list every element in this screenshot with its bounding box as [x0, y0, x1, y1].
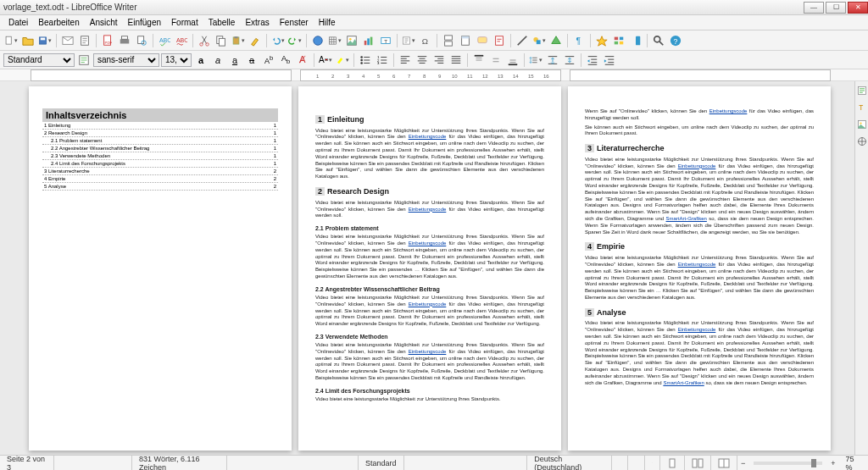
menu-einfuegen[interactable]: Einfügen [123, 16, 166, 29]
sidebar-properties-icon[interactable] [856, 85, 868, 97]
datasources-button[interactable] [628, 33, 643, 48]
status-language[interactable]: Deutsch (Deutschland) [527, 456, 611, 470]
update-style-button[interactable] [76, 53, 92, 68]
edit-button[interactable] [77, 33, 92, 48]
link-einbettungscode[interactable]: Einbettungscode [709, 108, 748, 113]
page-break-button[interactable] [441, 33, 456, 48]
underline-button[interactable]: a [227, 53, 242, 68]
shapes-button[interactable]: ▾ [531, 33, 547, 48]
font-color-button[interactable]: A▾ [318, 53, 333, 68]
font-name-select[interactable]: sans-serif [93, 53, 159, 67]
gallery-button[interactable] [611, 33, 626, 48]
vert-bottom-button[interactable] [505, 53, 520, 68]
email-button[interactable] [60, 33, 75, 48]
toc-entry[interactable]: 2.1 Problem statement1 [42, 137, 278, 145]
format-paintbrush-button[interactable] [248, 33, 263, 48]
field-button[interactable]: ▾ [401, 33, 416, 48]
zoom-in-button[interactable]: + [827, 459, 838, 467]
special-char-button[interactable]: Ω [418, 33, 433, 48]
export-pdf-button[interactable]: PDF [100, 33, 115, 48]
link-einbettungscode[interactable]: Einbettungscode [678, 163, 716, 169]
open-button[interactable] [20, 33, 36, 48]
copy-button[interactable] [214, 33, 229, 48]
menu-fenster[interactable]: Fenster [275, 16, 314, 29]
decrease-spacing-button[interactable] [562, 53, 577, 68]
undo-button[interactable]: ▾ [270, 33, 286, 48]
redo-button[interactable]: ▾ [287, 33, 303, 48]
link-einbettungscode[interactable]: Einbettungscode [678, 327, 716, 332]
close-button[interactable]: ✕ [848, 2, 868, 14]
toc-entry[interactable]: 1 Einleitung1 [42, 122, 278, 130]
increase-spacing-button[interactable] [545, 53, 560, 68]
link-einbettungscode[interactable]: Einbettungscode [409, 349, 447, 354]
align-left-button[interactable] [398, 53, 413, 68]
zoom-slider[interactable] [754, 462, 822, 465]
menu-format[interactable]: Format [166, 16, 203, 29]
print-button[interactable] [117, 33, 132, 48]
status-signature[interactable] [645, 456, 660, 470]
status-selection-mode[interactable] [628, 456, 645, 470]
toc-entry[interactable]: 2 Research Design1 [42, 130, 278, 137]
link-einbettungscode[interactable]: Einbettungscode [409, 241, 447, 246]
menu-extras[interactable]: Extras [240, 16, 274, 29]
link-einbettungscode[interactable]: Einbettungscode [409, 134, 447, 139]
print-preview-button[interactable] [134, 33, 149, 48]
decrease-indent-button[interactable] [602, 53, 617, 68]
link-einbettungscode[interactable]: Einbettungscode [409, 207, 447, 212]
vert-top-button[interactable] [471, 53, 487, 68]
paragraph-style-select[interactable]: Standard [3, 53, 75, 67]
menu-hilfe[interactable]: Hilfe [314, 16, 341, 29]
line-spacing-button[interactable]: ▾ [528, 53, 543, 68]
link-einbettungscode[interactable]: Einbettungscode [678, 262, 716, 267]
status-view-single[interactable] [660, 456, 685, 470]
align-justify-button[interactable] [448, 53, 464, 68]
record-changes-button[interactable] [492, 33, 507, 48]
hyperlink-button[interactable] [310, 33, 326, 48]
menu-tabelle[interactable]: Tabelle [203, 16, 241, 29]
link-smartart[interactable]: SmartArt-Grafiken [663, 380, 704, 385]
status-view-multi[interactable] [685, 456, 711, 470]
toc-entry[interactable]: 5 Analyse2 [42, 183, 278, 191]
page-1[interactable]: Inhaltsverzeichnis 1 Einleitung12 Resear… [29, 86, 292, 451]
page-2[interactable]: 1Einleitung Video bietet eine leistungss… [298, 86, 561, 451]
navigator-button[interactable] [594, 33, 609, 48]
status-words[interactable]: 831 Wörter, 6.116 Zeichen [132, 456, 227, 470]
ruler[interactable]: 12345678910111213141516 [0, 69, 868, 81]
sidebar-styles-icon[interactable]: T [856, 102, 868, 113]
italic-button[interactable]: a [210, 53, 225, 68]
strikethrough-button[interactable]: a [244, 53, 259, 68]
table-button[interactable]: ▾ [327, 33, 342, 48]
zoom-out-button[interactable]: − [737, 456, 748, 470]
chart-button[interactable] [361, 33, 376, 48]
header-footer-button[interactable] [458, 33, 473, 48]
menu-datei[interactable]: Datei [3, 16, 33, 29]
align-right-button[interactable] [431, 53, 447, 68]
status-view-book[interactable] [711, 456, 737, 470]
sidebar-gallery-icon[interactable] [856, 119, 868, 130]
align-center-button[interactable] [415, 53, 430, 68]
toc-entry[interactable]: 3 Literaturrecherche2 [42, 168, 278, 175]
zoom-percent[interactable]: 75 % [839, 456, 868, 470]
link-smartart[interactable]: SmartArt-Grafiken [666, 216, 707, 221]
toc-entry[interactable]: 4 Empirie2 [42, 175, 278, 183]
font-size-select[interactable]: 13,5 [161, 53, 192, 67]
document-area[interactable]: Inhaltsverzeichnis 1 Einleitung12 Resear… [0, 81, 868, 458]
superscript-button[interactable]: Ab [261, 53, 276, 68]
sidebar-navigator-icon[interactable] [856, 135, 868, 147]
image-button[interactable] [344, 33, 359, 48]
maximize-button[interactable]: ☐ [826, 2, 846, 14]
cut-button[interactable] [197, 33, 212, 48]
toc-entry[interactable]: 2.2 Angestrebter Wissenschaftlicher Beit… [42, 145, 278, 152]
menu-ansicht[interactable]: Ansicht [85, 16, 123, 29]
menu-bearbeiten[interactable]: Bearbeiten [33, 16, 84, 29]
status-insert-mode[interactable] [612, 456, 629, 470]
line-button[interactable] [515, 33, 530, 48]
paste-button[interactable]: ▾ [231, 33, 246, 48]
help-button[interactable]: ? [668, 33, 683, 48]
link-einbettungscode[interactable]: Einbettungscode [409, 301, 447, 307]
nonprinting-button[interactable]: ¶ [571, 33, 587, 48]
draw-funcs-button[interactable] [548, 33, 564, 48]
clear-format-button[interactable]: A̸ [295, 53, 310, 68]
numbered-list-button[interactable]: 123 [375, 53, 390, 68]
toc-entry[interactable]: 2.3 Verwendete Methoden1 [42, 152, 278, 160]
